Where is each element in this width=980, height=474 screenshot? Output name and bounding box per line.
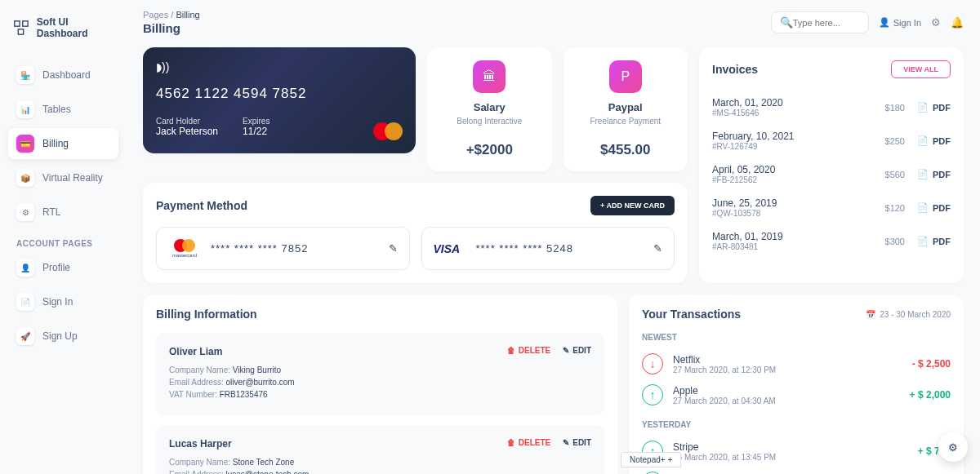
trash-icon: 🗑 <box>507 346 515 355</box>
payment-method-card: Payment Method + ADD NEW CARD mastercard… <box>143 183 688 283</box>
arrow-up-icon: ↑ <box>642 384 663 405</box>
notepad-tab[interactable]: Notepad+ + <box>621 452 681 467</box>
add-new-card-button[interactable]: + ADD NEW CARD <box>590 196 675 215</box>
paypal-icon: P <box>609 60 642 93</box>
sidebar: Soft UI Dashboard 🏪Dashboard 📊Tables 💳Bi… <box>0 0 127 474</box>
pdf-link[interactable]: 📄PDF <box>917 135 951 146</box>
invoice-row: March, 01, 2019#AR-803481$300📄PDF <box>712 224 951 258</box>
page-title: Billing <box>143 21 200 35</box>
bank-icon: 🏛 <box>473 60 506 93</box>
profile-icon: 👤 <box>16 259 34 277</box>
transaction-row: ↓Netflix27 March 2020, at 12:30 PM- $ 2,… <box>642 348 951 379</box>
card-number: 4562 1122 4594 7852 <box>156 86 403 102</box>
signin-icon: 📄 <box>16 293 34 311</box>
salary-card: 🏛 Salary Belong Interactive +$2000 <box>427 47 552 171</box>
user-icon: 👤 <box>879 17 890 28</box>
breadcrumb: Pages / Billing <box>143 10 200 20</box>
pdf-icon: 📄 <box>917 236 929 246</box>
credit-card: ◗)) 4562 1122 4594 7852 Card HolderJack … <box>143 47 416 153</box>
date-range: 📅23 - 30 March 2020 <box>866 310 951 319</box>
payment-method-visa: VISA **** **** **** 5248 ✎ <box>421 227 675 270</box>
tables-icon: 📊 <box>16 100 34 118</box>
delete-button[interactable]: 🗑DELETE <box>507 438 550 447</box>
svg-rect-0 <box>15 21 20 26</box>
billing-item: Oliver Liam🗑DELETE✎EDITCompany Name: Vik… <box>156 333 604 415</box>
card-icon: 💳 <box>16 135 34 153</box>
payment-method-mastercard: mastercard **** **** **** 7852 ✎ <box>156 227 410 270</box>
transaction-row: ↑Apple27 March 2020, at 04:30 AM+ $ 2,00… <box>642 379 951 410</box>
transaction-row: ↑HubSpot26 March 2020, at 12:30 PM+ $ 1,… <box>642 467 951 474</box>
invoice-row: February, 10, 2021#RV-126749$250📄PDF <box>712 124 951 157</box>
pdf-icon: 📄 <box>917 135 929 146</box>
nav-vr[interactable]: 📦Virtual Reality <box>8 162 118 193</box>
transactions-card: Your Transactions 📅23 - 30 March 2020 NE… <box>629 295 964 474</box>
billing-info-card: Billing Information Oliver Liam🗑DELETE✎E… <box>143 295 617 474</box>
nav-signin[interactable]: 📄Sign In <box>8 286 118 317</box>
nav-signup[interactable]: 🚀Sign Up <box>8 321 118 352</box>
signin-link[interactable]: 👤Sign In <box>879 17 921 28</box>
delete-button[interactable]: 🗑DELETE <box>507 346 550 355</box>
pdf-icon: 📄 <box>917 202 929 213</box>
pdf-icon: 📄 <box>917 102 929 113</box>
view-all-button[interactable]: VIEW ALL <box>891 60 951 78</box>
account-section-label: ACCOUNT PAGES <box>8 231 118 252</box>
pencil-icon: ✎ <box>563 438 569 447</box>
signup-icon: 🚀 <box>16 327 34 345</box>
logo[interactable]: Soft UI Dashboard <box>8 12 118 43</box>
pencil-icon: ✎ <box>563 346 569 355</box>
trash-icon: 🗑 <box>507 438 515 447</box>
nav-rtl[interactable]: ⚙RTL <box>8 197 118 228</box>
pdf-link[interactable]: 📄PDF <box>917 102 951 113</box>
pdf-link[interactable]: 📄PDF <box>917 202 951 213</box>
edit-icon[interactable]: ✎ <box>389 242 398 255</box>
search-icon: 🔍 <box>780 16 793 29</box>
nav-tables[interactable]: 📊Tables <box>8 94 118 125</box>
mastercard-logo <box>373 122 403 140</box>
nav-billing[interactable]: 💳Billing <box>8 128 118 159</box>
settings-icon[interactable]: ⚙ <box>931 16 941 29</box>
app-name: Soft UI Dashboard <box>37 16 114 39</box>
pdf-icon: 📄 <box>917 169 929 179</box>
nav-dashboard[interactable]: 🏪Dashboard <box>8 60 118 91</box>
logo-icon <box>12 18 30 38</box>
rtl-icon: ⚙ <box>16 203 34 221</box>
wifi-icon: ◗)) <box>156 60 403 73</box>
pdf-link[interactable]: 📄PDF <box>917 236 951 246</box>
invoice-row: June, 25, 2019#QW-103578$120📄PDF <box>712 191 951 224</box>
shop-icon: 🏪 <box>16 66 34 84</box>
invoices-title: Invoices <box>712 63 758 76</box>
settings-fab[interactable]: ⚙ <box>938 432 968 462</box>
calendar-icon: 📅 <box>866 310 875 319</box>
nav-profile[interactable]: 👤Profile <box>8 252 118 283</box>
edit-icon[interactable]: ✎ <box>653 242 662 255</box>
invoices-card: Invoices VIEW ALL March, 01, 2020#MS-415… <box>699 47 964 283</box>
mastercard-icon: mastercard <box>168 239 201 258</box>
visa-icon: VISA <box>434 242 466 255</box>
paypal-card: P Paypal Freelance Payment $455.00 <box>564 47 688 171</box>
search-input[interactable] <box>793 18 860 28</box>
arrow-down-icon: ↓ <box>642 353 663 374</box>
edit-button[interactable]: ✎EDIT <box>563 346 591 355</box>
edit-button[interactable]: ✎EDIT <box>563 438 591 447</box>
notifications-icon[interactable]: 🔔 <box>951 16 964 29</box>
transaction-row: ↑Stripe26 March 2020, at 13:45 PM+ $ 750 <box>642 436 951 467</box>
invoice-row: April, 05, 2020#FB-212562$560📄PDF <box>712 157 951 191</box>
billing-item: Lucas Harper🗑DELETE✎EDITCompany Name: St… <box>156 425 604 474</box>
pdf-link[interactable]: 📄PDF <box>917 169 951 179</box>
vr-icon: 📦 <box>16 169 34 187</box>
search-box[interactable]: 🔍 <box>771 11 869 33</box>
svg-rect-2 <box>18 29 23 34</box>
invoice-row: March, 01, 2020#MS-415646$180📄PDF <box>712 91 951 124</box>
svg-rect-1 <box>23 21 28 26</box>
